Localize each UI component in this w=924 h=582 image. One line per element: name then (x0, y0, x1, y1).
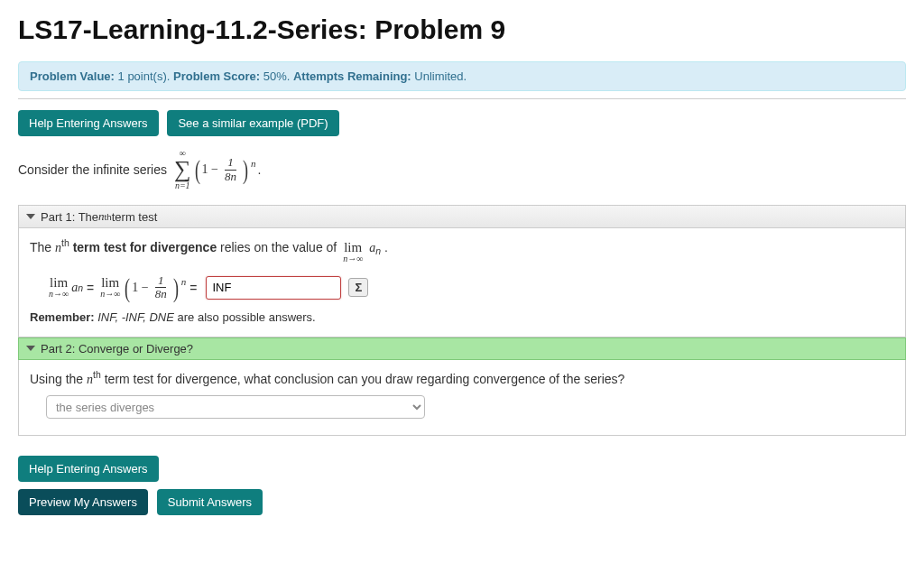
divider (18, 98, 906, 99)
limit-expression-inline: lim n→∞ (343, 241, 363, 263)
remember-label: Remember: (30, 310, 95, 324)
lim-word-3: lim (101, 276, 119, 290)
conclusion-select[interactable]: the series diverges (46, 395, 425, 419)
sum-lower-limit: n=1 (175, 181, 190, 190)
sigma-icon: ∑ (174, 158, 191, 181)
part1-body: The nth term test for divergence relies … (18, 228, 906, 337)
exponent-n-2: n (181, 276, 187, 287)
top-button-row: Help Entering Answers See a similar exam… (18, 110, 906, 136)
part2-body: Using the nth term test for divergence, … (18, 360, 906, 437)
part1-body-mid: relies on the value of (220, 240, 340, 254)
submit-answers-button[interactable]: Submit Answers (157, 489, 263, 515)
left-paren-2: ( (125, 274, 130, 301)
part1-period: . (384, 240, 388, 254)
part1-header[interactable]: Part 1: The nth term test (18, 205, 906, 228)
math-palette-button[interactable]: Σ (348, 278, 368, 297)
part2-header-text: Part 2: Converge or Diverge? (41, 342, 193, 356)
part2-select-wrap: the series diverges (46, 395, 894, 419)
sub-n-2: n (78, 282, 83, 293)
one-minus-2: 1 − (132, 281, 148, 295)
part1-description: The nth term test for divergence relies … (30, 237, 894, 263)
part2-q-post: term test for divergence, what conclusio… (105, 371, 625, 385)
fraction-numerator-2: 1 (155, 274, 167, 288)
problem-score: 50%. (263, 69, 291, 83)
paren-expression-2: ( 1 − 1 8n ) n (123, 274, 186, 301)
help-entering-answers-button-footer[interactable]: Help Entering Answers (18, 456, 159, 482)
fraction: 1 8n (222, 156, 239, 183)
fraction-numerator: 1 (225, 156, 236, 170)
footer-buttons: Help Entering Answers Preview My Answers… (18, 456, 906, 515)
problem-prompt: Consider the infinite series ∞ ∑ n=1 ( 1… (18, 149, 906, 190)
attempts-remaining-label: Attempts Remaining: (293, 69, 411, 83)
chevron-down-icon (26, 214, 35, 219)
attempts-remaining: Unlimited. (414, 69, 467, 83)
right-paren: ) (243, 156, 248, 183)
lim-sub: n→∞ (343, 254, 363, 263)
chevron-down-icon (26, 346, 35, 351)
part1-answer-row: lim n→∞ an = lim n→∞ ( 1 − 1 8n ) n = Σ (46, 274, 894, 301)
fraction-denominator: 8n (222, 171, 239, 183)
fraction-denominator-2: 8n (152, 288, 170, 300)
part2-header[interactable]: Part 2: Converge or Diverge? (18, 337, 906, 360)
prompt-lead: Consider the infinite series (18, 162, 167, 177)
lim-sub-3: n→∞ (100, 290, 120, 299)
lim-word-2: lim (50, 276, 68, 290)
page-title: LS17-Learning-11.2-Series: Problem 9 (18, 14, 906, 45)
part2-q-pre: Using the (30, 371, 87, 385)
part2-q-th: th (93, 369, 101, 380)
part1-remember-note: Remember: INF, -INF, DNE are also possib… (30, 310, 894, 324)
summation-symbol: ∞ ∑ n=1 (174, 149, 191, 190)
right-paren-2: ) (173, 274, 179, 301)
exponent-n: n (251, 158, 256, 169)
remember-tail: are also possible answers. (178, 310, 316, 324)
limit-expr-right: lim n→∞ (100, 276, 120, 299)
part1-header-th: th (105, 212, 112, 222)
equals-1: = (87, 281, 94, 295)
a-var-2: a (71, 281, 78, 295)
part1-body-bold: term test for divergence (73, 240, 217, 254)
part2-question: Using the nth term test for divergence, … (30, 369, 894, 387)
problem-value-label: Problem Value: (30, 69, 115, 83)
lim-sub-2: n→∞ (49, 290, 69, 299)
part1-body-th: th (61, 237, 69, 248)
problem-value: 1 point(s). (118, 69, 171, 83)
fraction-2: 1 8n (152, 274, 170, 301)
one-minus: 1 − (202, 162, 218, 177)
see-similar-example-button[interactable]: See a similar example (PDF) (167, 110, 338, 136)
part1-body-n: n (55, 241, 61, 254)
problem-score-label: Problem Score: (173, 69, 260, 83)
prompt-tail: . (257, 162, 261, 177)
part1-answer-input[interactable] (206, 276, 341, 300)
help-entering-answers-button[interactable]: Help Entering Answers (18, 110, 159, 136)
left-paren: ( (195, 156, 200, 183)
part1-body-pre: The (30, 240, 55, 254)
part1-header-pre: Part 1: The (41, 210, 98, 224)
preview-answers-button[interactable]: Preview My Answers (18, 489, 148, 515)
equals-2: = (189, 281, 197, 295)
series-expression: ∞ ∑ n=1 ( 1 − 1 8n ) n (172, 149, 255, 190)
lim-word: lim (344, 241, 362, 254)
remember-values: INF, -INF, DNE (97, 310, 174, 324)
problem-info-bar: Problem Value: 1 point(s). Problem Score… (18, 61, 906, 91)
paren-expression: ( 1 − 1 8n ) n (193, 156, 256, 183)
limit-an-left: lim n→∞ (49, 276, 69, 299)
part1-header-post: term test (112, 210, 158, 224)
sub-n: n (375, 245, 381, 256)
part2-q-n: n (87, 372, 93, 385)
